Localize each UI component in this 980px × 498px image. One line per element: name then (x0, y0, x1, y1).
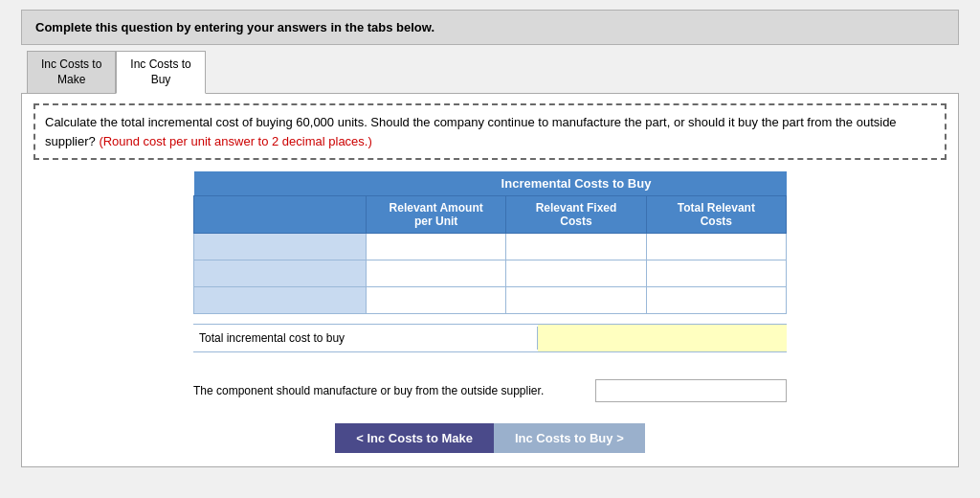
total-label: Total incremental cost to buy (193, 327, 538, 350)
input-row0-col3[interactable] (653, 240, 780, 254)
tab-make[interactable]: Inc Costs to Make (27, 51, 116, 94)
nav-next-button[interactable]: Inc Costs to Buy (494, 423, 645, 453)
nav-next-label: Inc Costs to Buy (515, 431, 613, 445)
tabs-row: Inc Costs to Make Inc Costs to Buy (21, 45, 959, 94)
tab-buy-label-line2: Buy (151, 73, 171, 86)
input-row1-col2[interactable] (512, 267, 639, 281)
manufacture-row: The component should manufacture or buy … (193, 375, 787, 406)
content-area: Calculate the total incremental cost of … (21, 93, 959, 467)
table-container: Incremental Costs to Buy Relevant Amount… (33, 171, 947, 314)
table-title-cell: Incremental Costs to Buy (367, 171, 787, 196)
table-row (194, 234, 787, 260)
nav-prev-button[interactable]: Inc Costs to Make (335, 423, 494, 453)
page-wrapper: Complete this question by entering your … (21, 10, 959, 467)
input-row2-col1[interactable] (372, 294, 500, 307)
arrow-left-icon (356, 431, 367, 445)
table-cell-row0-col1 (367, 234, 506, 260)
input-row2-col3[interactable] (653, 294, 780, 307)
tab-buy[interactable]: Inc Costs to Buy (116, 51, 205, 94)
total-input-cell (538, 325, 787, 351)
table-cell-row1-col0 (194, 260, 367, 287)
separator (193, 358, 787, 368)
table-cell-row0-col0 (194, 234, 367, 260)
incremental-costs-table: Incremental Costs to Buy Relevant Amount… (193, 171, 787, 314)
tab-make-label-line1: Inc Costs to (41, 57, 101, 71)
table-cell-row2-col0 (194, 287, 367, 314)
table-cell-row2-col3 (646, 287, 786, 314)
col-header-row: Relevant Amountper Unit Relevant FixedCo… (194, 196, 787, 234)
table-cell-row1-col3 (646, 260, 786, 287)
col-header-0 (194, 196, 367, 234)
manufacture-input[interactable] (595, 379, 787, 402)
total-input[interactable] (538, 325, 787, 351)
manufacture-label: The component should manufacture or buy … (193, 384, 595, 397)
tab-make-label-line2: Make (57, 73, 85, 86)
input-row1-col1[interactable] (372, 267, 500, 281)
table-cell-row2-col2 (506, 287, 646, 314)
table-row (194, 260, 787, 287)
input-row1-col0[interactable] (200, 267, 360, 281)
nav-prev-label: Inc Costs to Make (367, 431, 473, 445)
input-row1-col3[interactable] (653, 267, 780, 281)
input-row0-col1[interactable] (372, 240, 500, 254)
table-row (194, 287, 787, 314)
col-header-1: Relevant Amountper Unit (367, 196, 506, 234)
nav-buttons: Inc Costs to Make Inc Costs to Buy (33, 423, 947, 453)
col-header-2: Relevant FixedCosts (506, 196, 646, 234)
input-row0-col0[interactable] (200, 240, 360, 254)
input-row0-col2[interactable] (512, 240, 639, 254)
table-cell-row1-col2 (506, 260, 646, 287)
table-cell-row2-col1 (367, 287, 506, 314)
total-row: Total incremental cost to buy (193, 324, 787, 352)
table-col-label-cell (194, 171, 367, 196)
input-row2-col2[interactable] (512, 294, 639, 307)
arrow-right-icon (613, 431, 624, 445)
tab-buy-label-line1: Inc Costs to (130, 57, 190, 71)
input-row2-col0[interactable] (200, 294, 360, 307)
instruction-bar: Complete this question by entering your … (21, 10, 959, 45)
col-header-3: Total RelevantCosts (646, 196, 786, 234)
table-cell-row0-col3 (646, 234, 786, 260)
table-cell-row0-col2 (506, 234, 646, 260)
question-text-red: (Round cost per unit answer to 2 decimal… (99, 134, 371, 148)
instruction-text: Complete this question by entering your … (35, 20, 434, 34)
table-title-row: Incremental Costs to Buy (194, 171, 787, 196)
question-box: Calculate the total incremental cost of … (33, 103, 947, 160)
table-cell-row1-col1 (367, 260, 506, 287)
